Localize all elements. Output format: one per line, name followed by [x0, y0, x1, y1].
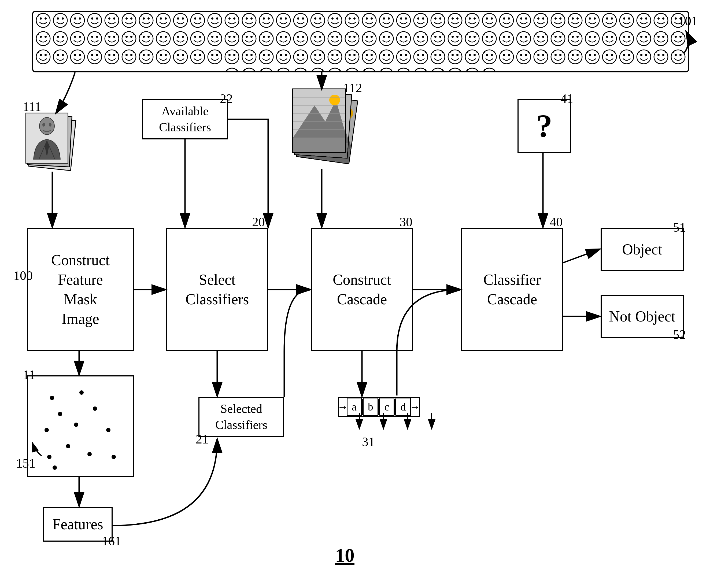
box-selected-classifiers: Selected Classifiers	[198, 397, 284, 437]
svg-point-414	[79, 391, 84, 395]
svg-point-65	[405, 17, 407, 20]
svg-point-304	[469, 54, 471, 56]
svg-point-145	[211, 36, 213, 38]
svg-point-344	[233, 72, 235, 72]
features-dots-box	[27, 375, 134, 477]
svg-point-146	[216, 36, 218, 38]
svg-point-421	[87, 452, 92, 456]
svg-point-190	[469, 36, 471, 38]
svg-point-245	[130, 54, 132, 56]
svg-point-269	[268, 54, 270, 56]
svg-point-214	[606, 36, 608, 38]
svg-point-416	[44, 428, 49, 432]
svg-point-284	[354, 54, 356, 56]
svg-point-86	[525, 17, 527, 20]
svg-point-98	[594, 17, 596, 20]
svg-point-35	[233, 17, 235, 20]
svg-point-47	[302, 17, 304, 20]
svg-point-319	[554, 54, 557, 56]
svg-point-20	[147, 17, 150, 20]
svg-point-244	[126, 54, 128, 56]
svg-point-128	[113, 36, 115, 38]
svg-point-76	[469, 17, 471, 20]
svg-point-17	[130, 17, 132, 20]
svg-point-350	[268, 72, 270, 72]
svg-point-83	[508, 17, 510, 20]
svg-point-271	[280, 54, 282, 56]
svg-point-365	[354, 72, 356, 72]
svg-point-224	[662, 36, 664, 38]
svg-point-179	[405, 36, 407, 38]
svg-point-133	[143, 36, 145, 38]
svg-point-2	[44, 17, 47, 20]
label-11: 11	[23, 368, 35, 382]
svg-point-268	[263, 54, 265, 56]
svg-point-296	[422, 54, 424, 56]
svg-point-193	[486, 36, 488, 38]
svg-point-95	[576, 17, 579, 20]
svg-point-422	[47, 455, 51, 459]
svg-point-50	[319, 17, 321, 20]
diagram-container: 101	[0, 0, 721, 588]
svg-point-370	[383, 72, 385, 72]
svg-point-254	[182, 54, 184, 56]
svg-point-250	[160, 54, 162, 56]
svg-point-242	[113, 54, 115, 56]
svg-point-394	[42, 123, 45, 127]
svg-point-94	[572, 17, 574, 20]
svg-point-121	[74, 36, 76, 38]
svg-point-152	[250, 36, 253, 38]
svg-point-23	[165, 17, 167, 20]
svg-point-386	[473, 72, 476, 72]
svg-point-287	[370, 54, 373, 56]
svg-point-5	[62, 17, 64, 20]
svg-point-79	[486, 17, 488, 20]
svg-point-356	[302, 72, 304, 72]
box-not-object: Not Object	[601, 295, 684, 338]
label-52: 52	[673, 327, 686, 342]
svg-point-131	[130, 36, 132, 38]
svg-point-388	[486, 72, 488, 72]
label-112: 112	[343, 80, 362, 95]
svg-point-115	[40, 36, 42, 38]
label-21: 21	[196, 432, 209, 446]
svg-point-157	[280, 36, 282, 38]
chain-a: a	[347, 398, 362, 416]
label-111: 111	[23, 99, 41, 114]
svg-point-266	[250, 54, 253, 56]
svg-point-55	[348, 17, 351, 20]
svg-point-329	[611, 54, 613, 56]
svg-point-160	[297, 36, 299, 38]
svg-point-175	[383, 36, 385, 38]
svg-point-212	[594, 36, 596, 38]
svg-point-77	[473, 17, 476, 20]
svg-point-385	[469, 72, 471, 72]
svg-point-211	[589, 36, 591, 38]
svg-point-328	[606, 54, 608, 56]
svg-point-383	[457, 72, 459, 72]
chain-d: d	[396, 398, 411, 416]
svg-point-280	[332, 54, 334, 56]
svg-point-163	[314, 36, 316, 38]
svg-point-281	[336, 54, 338, 56]
svg-point-137	[165, 36, 167, 38]
svg-point-418	[93, 406, 97, 411]
svg-point-337	[657, 54, 660, 56]
svg-point-205	[554, 36, 557, 38]
svg-point-286	[366, 54, 368, 56]
svg-point-352	[280, 72, 282, 72]
svg-point-233	[62, 54, 64, 56]
label-31: 31	[362, 434, 375, 449]
svg-point-71	[439, 17, 441, 20]
svg-point-110	[662, 17, 664, 20]
svg-point-203	[542, 36, 544, 38]
svg-point-28	[194, 17, 196, 20]
svg-point-202	[537, 36, 539, 38]
svg-point-362	[336, 72, 338, 72]
svg-point-359	[319, 72, 321, 72]
svg-point-22	[160, 17, 162, 20]
svg-point-58	[366, 17, 368, 20]
svg-point-226	[675, 36, 677, 38]
svg-point-423	[111, 455, 116, 459]
svg-point-308	[491, 54, 493, 56]
